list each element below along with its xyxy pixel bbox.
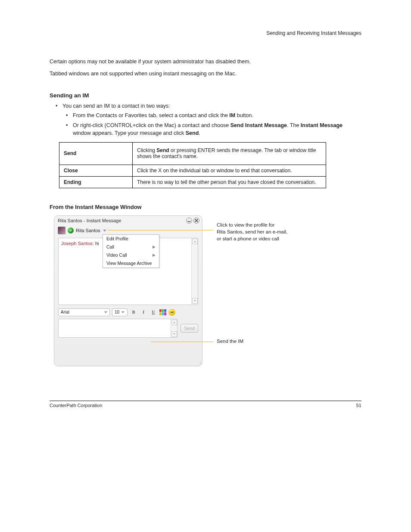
message-sender: Joseph Santos: xyxy=(61,241,94,246)
bullet-intro: You can send an IM to a contact in two w… xyxy=(50,102,361,110)
callout-bottom: Send the IM xyxy=(217,339,329,344)
options-table: Send Clicking Send or pressing ENTER sen… xyxy=(59,142,326,188)
callout-line-bottom xyxy=(151,342,213,342)
bold-button[interactable]: B xyxy=(130,308,137,316)
message-body: hi xyxy=(94,241,99,246)
compose-input[interactable] xyxy=(58,319,177,338)
svg-marker-3 xyxy=(103,230,106,232)
compose-scrollbar[interactable] xyxy=(171,319,177,337)
menu-call[interactable]: Call▶ xyxy=(103,243,159,251)
close-button[interactable] xyxy=(193,218,199,224)
cell-send-label: Send xyxy=(59,142,133,165)
conversation-scrollbar[interactable] xyxy=(191,238,198,305)
svg-marker-4 xyxy=(193,240,196,242)
svg-marker-8 xyxy=(173,321,176,323)
page-running-header: Sending and Receiving Instant Messages xyxy=(50,30,361,36)
cell-close-label: Close xyxy=(59,165,133,176)
im-title-text: Rita Santos - Instant Message xyxy=(58,218,121,223)
format-toolbar: Arial 10 B I U •• xyxy=(58,308,198,316)
contact-menu-trigger[interactable] xyxy=(103,228,107,233)
im-titlebar: Rita Santos - Instant Message xyxy=(54,216,202,225)
compose-scroll-down-icon[interactable] xyxy=(171,331,177,337)
italic-button[interactable]: I xyxy=(140,308,147,316)
intro-para-1: Certain options may not be available if … xyxy=(50,58,361,65)
menu-view-archive[interactable]: View Message Archive xyxy=(103,259,159,268)
minimize-button[interactable] xyxy=(186,218,192,224)
svg-marker-5 xyxy=(194,300,196,302)
svg-marker-9 xyxy=(173,333,176,335)
resize-grip-icon[interactable]: ..: xyxy=(199,360,200,364)
cell-send-desc: Clicking Send or pressing ENTER sends th… xyxy=(133,142,326,165)
callout-top: Click to view the profile for Rita Santo… xyxy=(217,222,329,241)
font-family-select[interactable]: Arial xyxy=(58,308,110,316)
svg-marker-6 xyxy=(104,311,107,314)
scroll-down-icon[interactable] xyxy=(192,298,198,304)
page-footer: CounterPath Corporation 51 xyxy=(50,401,361,408)
font-size-select[interactable]: 10 xyxy=(112,308,128,316)
compose-scroll-up-icon[interactable] xyxy=(171,320,177,325)
underline-button[interactable]: U xyxy=(149,308,157,316)
avatar xyxy=(58,227,65,234)
callout-line-top xyxy=(108,230,213,230)
contact-name: Rita Santos xyxy=(76,228,100,233)
subsection-heading: From the Instant Message Window xyxy=(50,204,361,210)
menu-video-call[interactable]: Video Call▶ xyxy=(103,251,159,259)
send-button[interactable]: Send xyxy=(181,324,198,333)
presence-icon xyxy=(68,227,74,233)
cell-ending-label: Ending xyxy=(59,176,133,188)
subbullet-2: Or right-click (CONTROL+click on the Mac… xyxy=(50,121,361,137)
subbullet-1: From the Contacts or Favorites tab, sele… xyxy=(50,112,361,119)
contact-dropdown: Edit Profile Call▶ Video Call▶ View Mess… xyxy=(103,234,159,268)
im-window: Rita Santos - Instant Message Rita Santo… xyxy=(54,215,202,366)
section-heading: Sending an IM xyxy=(50,92,361,99)
scroll-up-icon[interactable] xyxy=(192,239,198,244)
menu-edit-profile[interactable]: Edit Profile xyxy=(103,235,159,243)
footer-left: CounterPath Corporation xyxy=(50,403,102,408)
page-number: 51 xyxy=(102,403,361,408)
svg-marker-7 xyxy=(121,311,125,314)
emoticon-icon[interactable]: •• xyxy=(168,309,175,316)
cell-close-desc: Click the X on the individual tab or win… xyxy=(133,165,326,176)
color-picker-icon[interactable] xyxy=(159,309,166,315)
intro-para-2: Tabbed windows are not supported when us… xyxy=(50,70,361,78)
cell-ending-desc: There is no way to tell the other person… xyxy=(133,176,326,188)
